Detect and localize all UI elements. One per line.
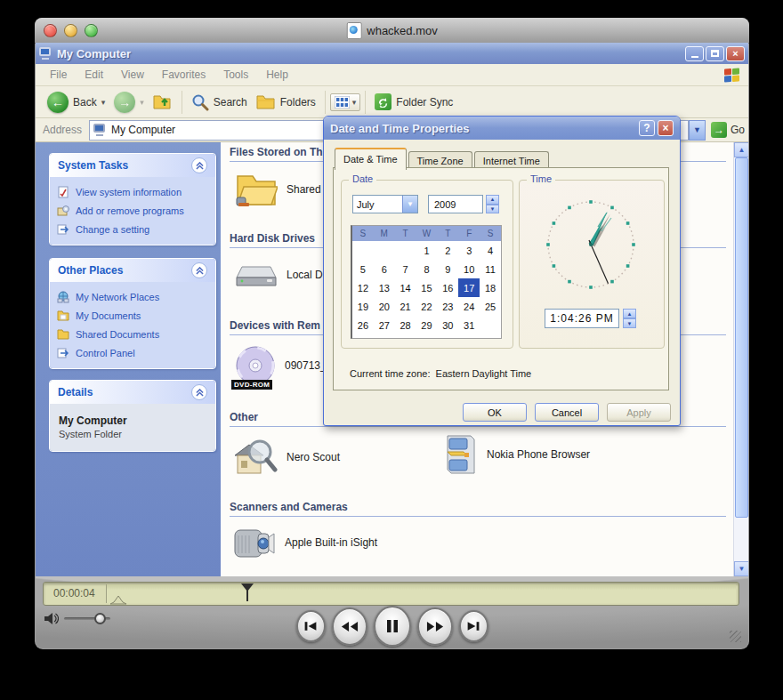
calendar-day[interactable]: 12 <box>352 278 374 297</box>
skip-to-end-button[interactable] <box>459 610 488 642</box>
calendar-day[interactable]: 21 <box>395 297 416 316</box>
collapse-chevron-icon[interactable] <box>191 384 207 400</box>
calendar-day[interactable]: 5 <box>352 260 374 278</box>
skip-to-start-button[interactable] <box>296 610 326 642</box>
time-input[interactable]: 1:04:26 PM <box>545 309 619 328</box>
system-tasks-header[interactable]: System Tasks <box>50 154 215 177</box>
calendar-day[interactable]: 30 <box>437 316 458 334</box>
scroll-up-button[interactable]: ▲ <box>734 142 748 157</box>
dvd-drive-item[interactable]: DVD-ROM 090713_ <box>235 345 327 386</box>
sidebar-item-view-system-information[interactable]: View system information <box>57 182 210 201</box>
calendar-day[interactable]: 14 <box>395 278 416 297</box>
calendar-day[interactable]: 24 <box>458 297 480 316</box>
nero-scout-item[interactable]: Nero Scout <box>231 436 340 479</box>
volume-knob[interactable] <box>94 613 106 624</box>
selection-start-marker[interactable] <box>109 595 127 605</box>
calendar-day[interactable]: 16 <box>437 278 458 297</box>
views-button[interactable]: ▾ <box>330 93 361 111</box>
sidebar-item-add-remove-programs[interactable]: Add or remove programs <box>57 201 210 220</box>
calendar-day[interactable]: 31 <box>458 316 480 334</box>
up-button[interactable] <box>149 91 177 114</box>
year-down-button[interactable]: ▼ <box>486 205 499 214</box>
calendar-day[interactable]: 23 <box>437 297 458 316</box>
calendar-day[interactable]: 27 <box>374 316 395 334</box>
menu-view[interactable]: View <box>112 68 153 81</box>
isight-item[interactable]: Apple Built-in iSight <box>233 525 377 560</box>
menu-help[interactable]: Help <box>257 68 297 81</box>
resize-grip[interactable] <box>730 631 741 642</box>
nokia-phone-browser-item[interactable]: Nokia Phone Browser <box>440 432 590 477</box>
minimize-button[interactable] <box>685 46 704 61</box>
folders-button[interactable]: Folders <box>252 92 320 113</box>
rewind-button[interactable] <box>332 607 367 646</box>
other-places-header[interactable]: Other Places <box>50 259 215 282</box>
calendar-day[interactable]: 20 <box>374 297 395 316</box>
calendar-day[interactable]: 22 <box>416 297 438 316</box>
calendar-day[interactable] <box>352 241 374 260</box>
volume-slider[interactable] <box>64 617 110 620</box>
sidebar-item-my-network-places[interactable]: My Network Places <box>57 287 210 306</box>
address-dropdown-button[interactable]: ▼ <box>689 120 706 141</box>
cancel-button[interactable]: Cancel <box>535 403 599 422</box>
sidebar-item-change-a-setting[interactable]: Change a setting <box>57 220 210 238</box>
pause-button[interactable] <box>374 606 411 647</box>
calendar-day[interactable]: 7 <box>395 260 416 278</box>
dialog-titlebar[interactable]: Date and Time Properties ? × <box>324 117 680 140</box>
calendar-day[interactable]: 6 <box>374 260 395 278</box>
calendar-day[interactable]: 25 <box>480 297 501 316</box>
minimize-traffic-button[interactable] <box>64 24 77 37</box>
calendar-day[interactable]: 18 <box>480 278 501 297</box>
calendar-day[interactable] <box>480 316 501 334</box>
close-traffic-button[interactable] <box>44 24 57 37</box>
calendar-day[interactable]: 4 <box>480 241 501 260</box>
collapse-chevron-icon[interactable] <box>191 262 207 278</box>
tab-date-time[interactable]: Date & Time <box>335 148 407 170</box>
shared-documents-item[interactable]: Shared D <box>235 171 332 208</box>
time-up-button[interactable]: ▲ <box>623 309 636 318</box>
menu-edit[interactable]: Edit <box>76 68 112 81</box>
calendar-day[interactable] <box>374 241 395 260</box>
menu-favorites[interactable]: Favorites <box>153 68 214 81</box>
year-up-button[interactable]: ▲ <box>486 195 499 205</box>
calendar-day[interactable] <box>395 241 416 260</box>
playhead-marker[interactable] <box>241 583 254 591</box>
calendar-day-selected[interactable]: 17 <box>458 278 480 297</box>
calendar-day[interactable]: 1 <box>416 241 438 260</box>
calendar-day[interactable]: 19 <box>352 297 374 316</box>
scroll-thumb[interactable] <box>735 157 748 518</box>
year-input[interactable]: 2009 <box>428 195 483 213</box>
zoom-traffic-button[interactable] <box>85 24 98 37</box>
calendar-day[interactable]: 2 <box>437 241 458 260</box>
calendar-day[interactable]: 11 <box>480 260 501 278</box>
details-header[interactable]: Details <box>50 381 215 404</box>
timeline-track[interactable] <box>106 584 736 603</box>
close-button[interactable]: × <box>726 46 745 61</box>
calendar-day[interactable]: 9 <box>437 260 458 278</box>
scroll-down-button[interactable]: ▼ <box>734 561 748 576</box>
vertical-scrollbar[interactable]: ▲ ▼ <box>733 142 748 576</box>
timeline[interactable]: 00:00:04 <box>43 582 739 606</box>
local-disk-item[interactable]: Local Dis <box>235 260 330 290</box>
sidebar-item-my-documents[interactable]: My Documents <box>57 306 210 325</box>
calendar-day[interactable]: 8 <box>416 260 438 278</box>
calendar-day[interactable]: 15 <box>416 278 438 297</box>
calendar-day[interactable]: 26 <box>352 316 374 334</box>
calendar-day[interactable]: 3 <box>458 241 480 260</box>
sidebar-item-control-panel[interactable]: Control Panel <box>57 343 210 362</box>
folder-sync-button[interactable]: Folder Sync <box>370 91 457 113</box>
search-button[interactable]: Search <box>187 91 252 114</box>
dialog-close-button[interactable]: × <box>658 120 674 136</box>
help-button[interactable]: ? <box>639 120 655 136</box>
menu-file[interactable]: File <box>41 68 76 81</box>
calendar-day[interactable]: 10 <box>458 260 480 278</box>
sidebar-item-shared-documents[interactable]: Shared Documents <box>57 325 210 343</box>
maximize-button[interactable] <box>706 46 724 61</box>
month-select[interactable]: July ▼ <box>352 195 418 213</box>
back-button[interactable]: ← Back ▾ <box>43 89 109 116</box>
time-down-button[interactable]: ▼ <box>623 318 636 328</box>
calendar-day[interactable]: 13 <box>374 278 395 297</box>
quicktime-titlebar[interactable]: whacked.mov <box>35 18 749 44</box>
calendar-day[interactable]: 29 <box>416 316 438 334</box>
ok-button[interactable]: OK <box>463 403 527 422</box>
menu-tools[interactable]: Tools <box>214 68 257 81</box>
